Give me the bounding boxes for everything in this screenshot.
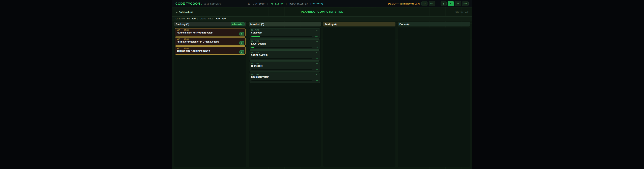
money-value: 78.515 DM [271,2,284,5]
status-readouts: 11. Jul 1980 | 78.515 DM | Reputation 35… [248,2,323,5]
feature-card[interactable]: FEATUREK6Highscore0% [250,61,320,72]
grace-period-label: Grace Period: [200,17,214,20]
bug-card[interactable]: BUG · MINORFormatierungsfehler in Drucka… [175,37,246,46]
feature-card[interactable]: FEATUREK6Level-Design5% [250,39,320,50]
speed-play-button[interactable]: ▶ [448,1,454,6]
game-date: 11. Jul 1980 [248,2,264,5]
grace-period-value: +10 Tage [216,17,226,20]
deadline-value: 44 Tage [187,17,196,20]
card-tag: FEATURE [251,74,318,75]
speed-fastest-button[interactable]: ▶▶▶ [462,1,468,6]
start-task-button[interactable]: > [239,41,244,44]
screen-background: CODE TYCOON ▸ Best Software 11. Jul 1980… [0,0,644,169]
card-tag: FEATURE [251,40,318,42]
brand-group: CODE TYCOON ▸ Best Software [176,2,248,5]
column-body-backlog: BUG · MINORRahmen nicht korrekt dargeste… [174,27,246,167]
bug-card[interactable]: BUG · MINORZeichensatz-Kodierung falsch> [175,46,246,55]
progress-track [251,58,312,59]
start-all-button[interactable]: Alle starten [230,22,244,26]
progress-track [251,69,312,70]
feature-card[interactable]: FEATUREK2Spiellogik14% [250,28,320,38]
speed-fast-button[interactable]: ▶▶ [455,1,461,6]
progress-percent: 0% [314,68,318,71]
divider: | [286,2,287,5]
speed-controls: ▮X>>|▮▶▶▶▶▶▶ [422,1,468,6]
progress-row: 0% [251,68,318,71]
column-title: Done (0) [400,23,410,26]
card-title: Rahmen nicht korrekt dargestellt [176,31,244,34]
complexity-badge: K2 [316,29,318,31]
complexity-badge: K6 [316,62,318,64]
main-area: ← Entwicklung PLANUNG: COMPUTERSPIEL Slo… [172,7,472,169]
card-title: Formatierungsfehler in Druckausgabe [176,40,244,43]
game-window: CODE TYCOON ▸ Best Software 11. Jul 1980… [172,0,472,169]
column-backlog: Backlog (3)Alle startenBUG · MINORRahmen… [174,22,246,167]
fast-forward-icon: ▶▶ [457,2,459,5]
demo-dismiss-button[interactable]: ▮X [422,1,428,6]
progress-track [251,36,312,37]
card-title: Speichersystem [251,76,318,78]
column-header-testing: Testing (0) [323,22,396,26]
effects-badge[interactable]: [1Effekte] [310,2,323,5]
column-body-testing [323,27,396,167]
column-title: Testing (0) [325,23,338,26]
card-tag: FEATURE [251,29,318,31]
column-header-inprogress: In Arbeit (5) [249,22,321,26]
card-title: Spiellogik [251,31,318,34]
progress-row: 14% [251,35,318,37]
deadline-bar: Deadline: 44 Tage | Grace Period: +10 Ta… [172,16,472,21]
company-name: Best Software [204,3,221,5]
card-tag: BUG · MINOR [176,38,244,40]
top-bar: CODE TYCOON ▸ Best Software 11. Jul 1980… [172,0,472,7]
app-title: CODE TYCOON [176,2,200,5]
progress-track [251,80,312,81]
complexity-badge: K6 [316,40,318,42]
progress-percent: 0% [314,57,318,60]
column-title: In Arbeit (5) [250,23,264,26]
card-title: Highscore [251,64,318,67]
column-body-inprogress: FEATUREK2Spiellogik14%FEATUREK6Level-Des… [249,27,321,167]
feature-card[interactable]: FEATUREK7Speichersystem0% [250,73,320,83]
start-task-button[interactable]: > [239,50,244,54]
kanban-board: Backlog (3)Alle startenBUG · MINORRahmen… [172,21,472,169]
progress-row: 5% [251,46,318,49]
divider: | [197,17,198,20]
reputation-value: Reputation 35 [290,2,308,5]
card-tag: BUG · MINOR [176,29,244,31]
card-tag: FEATURE [251,62,318,64]
progress-row: 0% [251,57,318,60]
progress-track [251,47,312,48]
back-to-development-link[interactable]: ← Entwicklung [176,10,194,13]
column-inprogress: In Arbeit (5)FEATUREK2Spiellogik14%FEATU… [249,22,321,167]
progress-fill [252,47,254,48]
divider: | [267,2,268,5]
start-task-button[interactable]: > [239,32,244,35]
column-done: Done (0) [398,22,470,167]
progress-fill [252,36,260,37]
column-header-done: Done (0) [398,22,470,26]
column-body-done [398,27,470,167]
card-title: Sound-System [251,53,318,56]
progress-percent: 14% [314,35,318,37]
page-title: PLANUNG: COMPUTERSPIEL [172,10,472,13]
skip-to-end-icon: >>| [430,2,434,5]
feature-card[interactable]: FEATUREK7Sound-System0% [250,50,320,61]
pause-icon: ▮ [443,2,444,5]
progress-percent: 0% [314,80,318,82]
deadline-label: Deadline: [176,17,185,20]
card-title: Zeichensatz-Kodierung falsch [176,49,244,52]
progress-percent: 5% [314,46,318,49]
complexity-badge: K7 [316,51,318,53]
pause-x-icon: ▮X [423,2,426,5]
speed-pause-button[interactable]: ▮ [440,1,446,6]
skip-day-button[interactable]: >>| [429,1,435,6]
top-bar-right: DEMO — Verbleibend: 2 Ja ▮X>>|▮▶▶▶▶▶▶ [388,1,468,6]
progress-row: 0% [251,80,318,82]
complexity-badge: K7 [316,74,318,76]
demo-banner: DEMO — Verbleibend: 2 Ja [388,2,420,5]
caret-right-icon: ▸ [202,3,202,5]
column-title: Backlog (3) [176,23,189,26]
column-testing: Testing (0) [323,22,396,167]
bug-card[interactable]: BUG · MINORRahmen nicht korrekt dargeste… [175,28,246,36]
play-icon: ▶ [450,2,451,5]
